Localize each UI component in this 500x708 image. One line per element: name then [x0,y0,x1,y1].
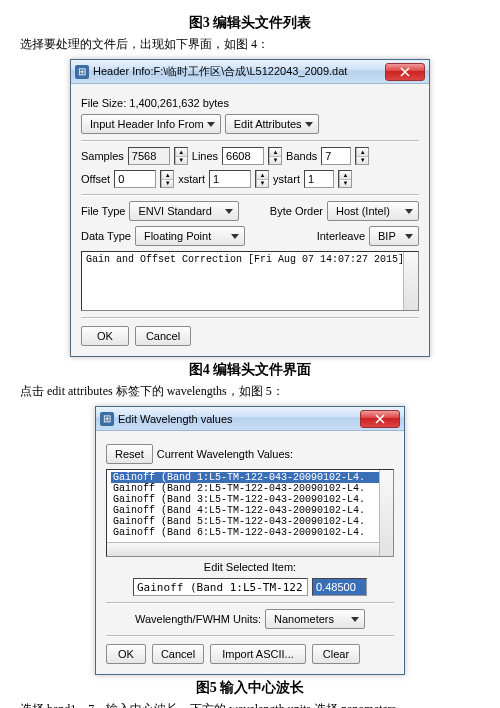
samples-input[interactable] [128,147,170,165]
description-text: Gain and Offset Correction [Fri Aug 07 1… [86,254,404,265]
import-ascii-button[interactable]: Import ASCII... [210,644,306,664]
file-size-label: File Size: 1,400,261,632 bytes [81,97,229,109]
lines-spinner[interactable]: ▲▼ [268,147,282,165]
figure3-caption: 图3 编辑头文件列表 [20,14,480,32]
edit-selected-label: Edit Selected Item: [106,561,394,573]
offset-label: Offset [81,173,110,185]
window-title: Header Info:F:\临时工作区\合成\L5122043_2009.da… [93,64,385,79]
input-header-info-from-button[interactable]: Input Header Info From [81,114,221,134]
file-type-label: File Type [81,205,125,217]
description-textarea[interactable]: Gain and Offset Correction [Fri Aug 07 1… [81,251,419,311]
interleave-label: Interleave [317,230,365,242]
list-item[interactable]: Gainoff (Band 4:L5-TM-122-043-20090102-L… [111,505,389,516]
clear-button[interactable]: Clear [312,644,360,664]
list-item[interactable]: Gainoff (Band 6:L5-TM-122-043-20090102-L… [111,527,389,538]
ystart-spinner[interactable]: ▲▼ [338,170,352,188]
paragraph-1: 选择要处理的文件后，出现如下界面，如图 4： [20,36,480,53]
edit-wavelength-window: ⊞ Edit Wavelength values Reset Current W… [95,406,405,675]
samples-spinner[interactable]: ▲▼ [174,147,188,165]
window-title: Edit Wavelength values [118,413,360,425]
close-button[interactable] [385,63,425,81]
app-icon: ⊞ [75,65,89,79]
list-item[interactable]: Gainoff (Band 3:L5-TM-122-043-20090102-L… [111,494,389,505]
xstart-spinner[interactable]: ▲▼ [255,170,269,188]
list-item[interactable]: Gainoff (Band 2:L5-TM-122-043-20090102-L… [111,483,389,494]
byte-order-label: Byte Order [270,205,323,217]
bands-label: Bands [286,150,317,162]
lines-input[interactable] [222,147,264,165]
offset-input[interactable] [114,170,156,188]
cancel-button[interactable]: Cancel [135,326,191,346]
lines-label: Lines [192,150,218,162]
figure4-caption: 图4 编辑头文件界面 [20,361,480,379]
ystart-label: ystart [273,173,300,185]
paragraph-3: 选择 band1—7，输入中心波长，下方的 wavelength units 选… [20,701,480,708]
ok-button[interactable]: OK [81,326,129,346]
offset-spinner[interactable]: ▲▼ [160,170,174,188]
header-info-window: ⊞ Header Info:F:\临时工作区\合成\L5122043_2009.… [70,59,430,357]
titlebar: ⊞ Header Info:F:\临时工作区\合成\L5122043_2009.… [71,60,429,84]
bands-spinner[interactable]: ▲▼ [355,147,369,165]
list-item[interactable]: Gainoff (Band 5:L5-TM-122-043-20090102-L… [111,516,389,527]
samples-label: Samples [81,150,124,162]
close-button[interactable] [360,410,400,428]
item-name-input[interactable] [133,578,308,596]
bands-input[interactable] [321,147,351,165]
reset-button[interactable]: Reset [106,444,153,464]
data-type-select[interactable]: Floating Point [135,226,245,246]
units-select[interactable]: Nanometers [265,609,365,629]
current-values-label: Current Wavelength Values: [157,448,293,460]
item-value-input[interactable] [312,578,367,596]
titlebar: ⊞ Edit Wavelength values [96,407,404,431]
list-item[interactable]: Gainoff (Band 1:L5-TM-122-043-20090102-L… [111,472,389,483]
figure5-caption: 图5 输入中心波长 [20,679,480,697]
units-label: Wavelength/FWHM Units: [135,613,261,625]
xstart-input[interactable] [209,170,251,188]
ystart-input[interactable] [304,170,334,188]
horizontal-scrollbar[interactable] [107,542,379,556]
wavelength-listbox[interactable]: Gainoff (Band 1:L5-TM-122-043-20090102-L… [106,469,394,557]
app-icon: ⊞ [100,412,114,426]
interleave-select[interactable]: BIP [369,226,419,246]
vertical-scrollbar[interactable] [379,470,393,556]
xstart-label: xstart [178,173,205,185]
byte-order-select[interactable]: Host (Intel) [327,201,419,221]
paragraph-2: 点击 edit attributes 标签下的 wavelengths，如图 5… [20,383,480,400]
data-type-label: Data Type [81,230,131,242]
file-type-select[interactable]: ENVI Standard [129,201,239,221]
ok-button[interactable]: OK [106,644,146,664]
edit-attributes-button[interactable]: Edit Attributes [225,114,319,134]
cancel-button[interactable]: Cancel [152,644,204,664]
